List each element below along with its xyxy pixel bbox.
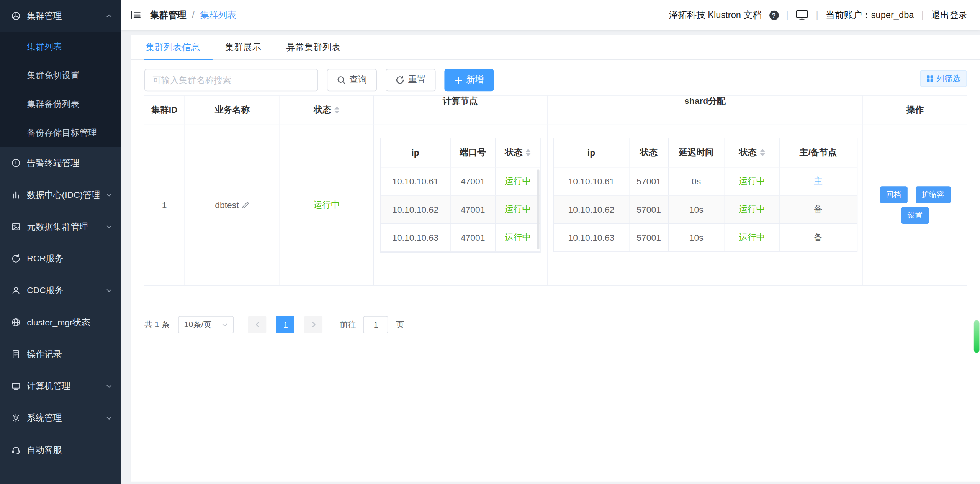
tab-cluster-list-info[interactable]: 集群列表信息 [144,35,213,59]
sidebar-item-cluster-management[interactable]: 集群管理 [0,0,121,32]
docs-link[interactable]: 泽拓科技 Klustron 文档 [669,9,762,21]
col-header-operation: 操作 [863,96,967,125]
cell-shard: ip 状态 延迟时间 状态 主/备节点 10.10.10.61 57001 0s… [548,125,863,285]
chevron-down-icon [106,287,113,294]
cluster-submenu: 集群列表 集群免切设置 集群备份列表 备份存储目标管理 [0,32,121,147]
sidebar-item-cdc-service[interactable]: CDC服务 [0,274,121,306]
chevron-down-icon [106,223,113,230]
breadcrumb-cluster-list: 集群列表 [200,9,236,21]
header-divider: | [816,10,818,20]
sidebar-item-rcr-service[interactable]: RCR服务 [0,243,121,274]
help-icon[interactable]: ? [769,10,779,20]
chevron-left-icon [254,321,262,328]
cell-compute-nodes: ip 端口号 状态 10.10.10.61 47001 运行中 10.10.10… [374,125,548,285]
cluster-table: 集群ID 业务名称 状态 计算节点 shard分配 操作 1 dbtest 运行… [144,95,967,286]
scale-button[interactable]: 扩缩容 [915,186,950,203]
sidebar-item-system-management[interactable]: 系统管理 [0,402,121,434]
app-root: 集群管理 集群列表 集群免切设置 集群备份列表 备份存储目标管理 告警终端管理 … [0,0,980,484]
reset-button[interactable]: 重置 [386,69,436,92]
shard-row: 10.10.10.62 57001 10s 运行中 备 [553,196,857,224]
sidebar-item-label: 系统管理 [27,412,99,423]
auto-service-icon [11,445,20,454]
breadcrumb-cluster-management[interactable]: 集群管理 [150,9,187,21]
page-number-button[interactable]: 1 [276,316,294,333]
shard-row: 10.10.10.63 57001 10s 运行中 备 [553,224,857,251]
collapse-sidebar-icon[interactable] [130,10,141,20]
sidebar-item-cluster-mgr-status[interactable]: cluster_mgr状态 [0,307,121,338]
sidebar-item-operation-log[interactable]: 操作记录 [0,338,121,370]
sidebar-item-alert-terminal[interactable]: 告警终端管理 [0,147,121,179]
alert-terminal-icon [11,158,20,167]
next-page-button[interactable] [305,316,323,333]
shard-table: ip 状态 延迟时间 状态 主/备节点 10.10.10.61 57001 0s… [553,138,857,252]
cluster-icon [11,11,20,20]
refresh-icon [396,75,404,84]
sidebar-item-metadata-cluster[interactable]: 元数据集群管理 [0,211,121,243]
sidebar-item-cluster-backup-list[interactable]: 集群备份列表 [0,89,121,118]
compute-table-header: ip 端口号 状态 [381,138,540,168]
sort-caret[interactable] [526,149,531,156]
cell-status: 运行中 [280,125,374,285]
monitor-icon[interactable] [796,9,808,20]
tab-abnormal-cluster-list[interactable]: 异常集群列表 [274,35,353,59]
computer-icon [11,382,20,391]
sidebar-item-auto-service[interactable]: 自动客服 [0,434,121,466]
top-header: 集群管理 / 集群列表 泽拓科技 Klustron 文档 ? | | 当前账户：… [121,0,980,30]
operation-log-icon [11,349,20,359]
toolbar: 查询 重置 新增 列筛选 [144,69,967,92]
add-button-label: 新增 [466,74,484,85]
primary-node-link[interactable]: 主 [814,176,823,187]
col-header-compute-nodes: 计算节点 [374,96,548,125]
col-header-business-name: 业务名称 [185,96,280,125]
pagination: 共 1 条 10条/页 1 前往 页 [144,316,967,333]
pagination-total: 共 1 条 [144,319,170,330]
goto-suffix: 页 [396,319,404,330]
page-scrollbar[interactable] [974,320,980,353]
current-account: 当前账户：super_dba [826,9,914,21]
edit-name-icon[interactable] [241,201,249,209]
sidebar-item-label: 操作记录 [27,349,113,360]
col-header-status: 状态 [280,96,374,125]
page-size-value: 10条/页 [184,319,212,330]
chevron-up-icon [106,13,113,20]
sidebar-item-label: RCR服务 [27,253,113,264]
goto-page-input[interactable] [363,316,388,333]
inner-scrollbar[interactable] [537,169,540,249]
rcr-service-icon [11,254,20,263]
header-divider: | [786,10,789,20]
idc-icon [11,190,20,199]
sidebar-item-cluster-list[interactable]: 集群列表 [0,32,121,61]
header-right: 泽拓科技 Klustron 文档 ? | | 当前账户：super_dba | … [669,9,968,21]
header-divider: | [921,10,924,20]
tab-cluster-display[interactable]: 集群展示 [213,35,274,59]
prev-page-button[interactable] [249,316,267,333]
breadcrumb: 集群管理 / 集群列表 [150,9,236,21]
main-content: 集群列表信息 集群展示 异常集群列表 查询 重置 新增 [121,30,980,484]
system-icon [11,413,20,423]
grid-icon [926,75,934,82]
logout-button[interactable]: 退出登录 [931,9,968,21]
cell-business-name: dbtest [185,125,280,285]
chevron-down-icon [106,191,113,198]
sidebar-item-label: cluster_mgr状态 [27,317,113,328]
settings-button[interactable]: 设置 [901,207,929,224]
sort-caret[interactable] [760,149,765,156]
chevron-down-icon [106,383,113,390]
search-input[interactable] [144,69,318,92]
sidebar-item-backup-storage-target[interactable]: 备份存储目标管理 [0,118,121,147]
tab-bar: 集群列表信息 集群展示 异常集群列表 [131,35,980,60]
search-icon [337,75,346,84]
plus-icon [455,76,463,84]
sort-caret[interactable] [334,106,339,114]
sidebar-item-cluster-noswitch-settings[interactable]: 集群免切设置 [0,61,121,89]
rollback-button[interactable]: 回档 [880,186,907,203]
shard-row: 10.10.10.61 57001 0s 运行中 主 [553,167,857,195]
chevron-down-icon [222,321,229,328]
add-button[interactable]: 新增 [444,69,494,92]
sidebar-item-idc-management[interactable]: 数据中心(IDC)管理 [0,179,121,211]
column-filter-button[interactable]: 列筛选 [920,70,967,87]
page-size-select[interactable]: 10条/页 [178,316,234,333]
sidebar-item-computer-management[interactable]: 计算机管理 [0,370,121,402]
query-button[interactable]: 查询 [327,69,377,92]
sidebar-item-label: CDC服务 [27,285,99,296]
